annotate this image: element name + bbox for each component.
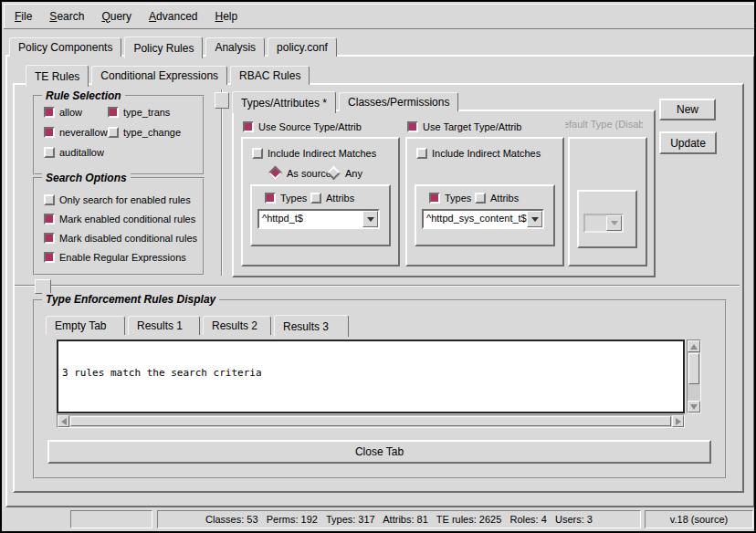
checkbox-indicator bbox=[243, 121, 254, 132]
checkbox-indicator bbox=[475, 193, 486, 204]
menu-item-search[interactable]: Search bbox=[49, 10, 84, 23]
results-tab-bar: Empty Tab Results 1 Results 2 Results 3 bbox=[46, 313, 352, 335]
scrollbar-thumb[interactable] bbox=[70, 416, 671, 426]
horizontal-sash bbox=[15, 285, 740, 287]
checkbox-indicator bbox=[108, 127, 119, 138]
types-attributes-tab-bar: Types/Attributes * Classes/Permissions bbox=[232, 89, 461, 111]
tab-policy-components[interactable]: Policy Components bbox=[9, 37, 121, 57]
dropdown-arrow-icon bbox=[606, 215, 622, 231]
status-stats: Classes: 53 Perms: 192 Types: 317 Attrib… bbox=[157, 510, 641, 528]
tab-rbac-rules[interactable]: RBAC Rules bbox=[230, 66, 310, 85]
search-options-title: Search Options bbox=[42, 172, 131, 184]
horizontal-sash-handle[interactable] bbox=[35, 279, 51, 294]
checkbox-label: Types bbox=[445, 193, 471, 204]
checkbox-label: Mark disabled conditional rules bbox=[59, 233, 197, 244]
checkbox-source-indirect[interactable]: Include Indirect Matches bbox=[252, 147, 376, 159]
tab-te-rules[interactable]: TE Rules bbox=[26, 65, 89, 87]
checkbox-use-source[interactable]: Use Source Type/Attrib bbox=[243, 120, 362, 132]
default-type-label-text: Default Type (Disabled bbox=[565, 119, 643, 130]
tab-results-1[interactable]: Results 1 bbox=[128, 316, 200, 335]
scrollbar-thumb[interactable] bbox=[688, 353, 699, 384]
results-horizontal-scrollbar[interactable] bbox=[57, 414, 685, 428]
checkbox-label: Types bbox=[280, 193, 307, 204]
checkbox-label: type_change bbox=[123, 127, 181, 138]
checkbox-target-attribs[interactable]: Attribs bbox=[475, 192, 519, 204]
scroll-up-icon[interactable] bbox=[688, 340, 700, 352]
checkbox-auditallow[interactable]: auditallow bbox=[44, 146, 104, 158]
checkbox-mark-enabled-conditional[interactable]: Mark enabled conditional rules bbox=[44, 213, 195, 225]
tab-analysis[interactable]: Analysis bbox=[205, 37, 265, 57]
radio-indicator bbox=[268, 166, 283, 181]
checkbox-source-attribs[interactable]: Attribs bbox=[310, 192, 354, 204]
scroll-right-icon[interactable] bbox=[672, 415, 684, 427]
tab-types-attributes[interactable]: Types/Attributes * bbox=[232, 91, 336, 113]
checkbox-mark-disabled-conditional[interactable]: Mark disabled conditional rules bbox=[44, 232, 197, 244]
combobox-value bbox=[585, 215, 606, 231]
vertical-sash-handle[interactable] bbox=[215, 92, 229, 109]
dropdown-arrow-icon[interactable] bbox=[362, 211, 378, 227]
combobox-value: ^httpd_sys_content_t$ bbox=[424, 211, 527, 227]
radio-any[interactable]: Any bbox=[327, 167, 362, 179]
checkbox-source-types[interactable]: Types bbox=[265, 192, 307, 204]
close-tab-button[interactable]: Close Tab bbox=[47, 440, 711, 464]
scroll-down-icon[interactable] bbox=[688, 401, 700, 413]
checkbox-indicator bbox=[310, 193, 321, 204]
checkbox-target-types[interactable]: Types bbox=[429, 192, 471, 204]
default-type-label: Default Type (Disabled bbox=[565, 119, 643, 131]
checkbox-indicator bbox=[44, 252, 55, 263]
menu-item-file[interactable]: File bbox=[15, 10, 32, 23]
checkbox-use-target[interactable]: Use Target Type/Attrib bbox=[407, 120, 521, 132]
combobox-value: ^httpd_t$ bbox=[259, 211, 362, 227]
checkbox-indicator bbox=[429, 193, 440, 204]
results-group-title: Type Enforcement Rules Display bbox=[42, 293, 219, 306]
tab-conditional-expressions[interactable]: Conditional Expressions bbox=[91, 66, 227, 85]
radio-as-source[interactable]: As source bbox=[268, 167, 331, 179]
new-button[interactable]: New bbox=[659, 99, 716, 120]
checkbox-enable-regex[interactable]: Enable Regular Expressions bbox=[44, 251, 186, 263]
menu-item-query[interactable]: Query bbox=[101, 10, 131, 23]
checkbox-label: Attribs bbox=[326, 193, 354, 204]
checkbox-label: Only search for enabled rules bbox=[59, 194, 191, 205]
checkbox-only-enabled-rules[interactable]: Only search for enabled rules bbox=[44, 193, 191, 205]
rule-tab-bar: TE Rules Conditional Expressions RBAC Ru… bbox=[26, 63, 312, 85]
checkbox-indicator bbox=[44, 107, 55, 118]
checkbox-label: Mark enabled conditional rules bbox=[59, 214, 195, 225]
scroll-left-icon[interactable] bbox=[58, 415, 69, 427]
menu-item-help[interactable]: Help bbox=[215, 10, 237, 23]
radio-label: Any bbox=[345, 168, 362, 179]
rule-selection-title: Rule Selection bbox=[42, 89, 125, 102]
status-left-panel bbox=[70, 510, 152, 528]
tab-results-3[interactable]: Results 3 bbox=[274, 315, 349, 337]
checkbox-type-change[interactable]: type_change bbox=[108, 126, 181, 138]
scrollbar-trough[interactable] bbox=[688, 385, 700, 401]
tab-policy-rules[interactable]: Policy Rules bbox=[124, 37, 203, 58]
apol-window: File Search Query Advanced Help Policy C… bbox=[0, 0, 756, 533]
tab-results-2[interactable]: Results 2 bbox=[203, 316, 271, 335]
checkbox-type-trans[interactable]: type_trans bbox=[108, 106, 170, 118]
checkbox-neverallow[interactable]: neverallow bbox=[44, 126, 108, 138]
results-vertical-scrollbar[interactable] bbox=[687, 340, 701, 413]
tab-policy-conf[interactable]: policy.conf bbox=[268, 37, 337, 57]
checkbox-label: Attribs bbox=[490, 193, 519, 204]
default-type-combobox bbox=[583, 214, 624, 233]
tab-empty-tab[interactable]: Empty Tab bbox=[46, 316, 125, 335]
results-textarea[interactable]: 3 rules match the search criteria (5822)… bbox=[57, 340, 685, 413]
checkbox-label: Enable Regular Expressions bbox=[59, 252, 186, 263]
checkbox-label: type_trans bbox=[123, 107, 170, 118]
tab-classes-permissions[interactable]: Classes/Permissions bbox=[339, 92, 458, 111]
checkbox-allow[interactable]: allow bbox=[44, 106, 82, 118]
dropdown-arrow-icon[interactable] bbox=[527, 211, 542, 227]
checkbox-indicator bbox=[252, 148, 263, 159]
source-type-combobox[interactable]: ^httpd_t$ bbox=[257, 209, 380, 229]
checkbox-target-indirect[interactable]: Include Indirect Matches bbox=[416, 147, 541, 159]
results-header: 3 rules match the search criteria bbox=[62, 367, 679, 379]
checkbox-indicator bbox=[265, 193, 276, 204]
checkbox-indicator bbox=[44, 194, 55, 205]
update-button[interactable]: Update bbox=[659, 131, 717, 154]
target-type-combobox[interactable]: ^httpd_sys_content_t$ bbox=[422, 209, 544, 229]
checkbox-indicator bbox=[44, 214, 55, 225]
checkbox-indicator bbox=[44, 233, 55, 244]
menu-item-advanced[interactable]: Advanced bbox=[149, 10, 197, 23]
checkbox-label: Use Source Type/Attrib bbox=[258, 121, 362, 132]
checkbox-label: allow bbox=[59, 107, 82, 118]
